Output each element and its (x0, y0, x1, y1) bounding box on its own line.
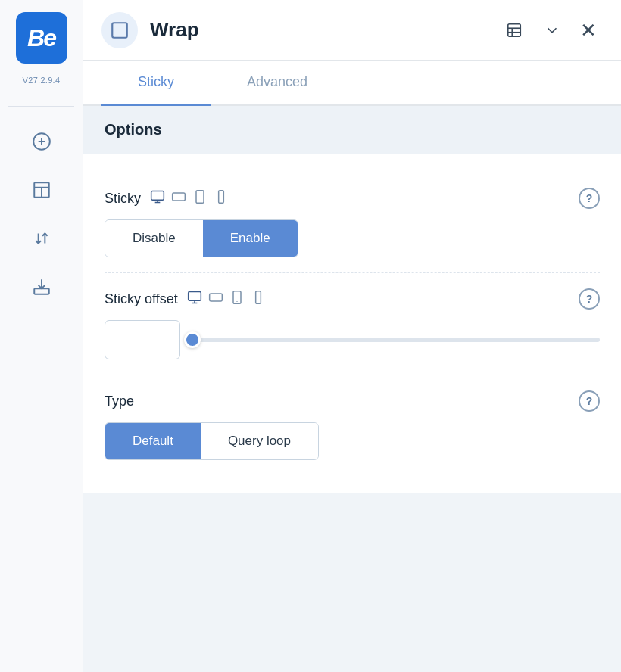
plus-icon[interactable] (28, 128, 55, 155)
sticky-toggle-group: Disable Enable (105, 219, 298, 257)
sidebar-icons (28, 128, 55, 300)
sticky-label-left: Sticky (105, 189, 229, 207)
slider-thumb[interactable] (184, 331, 201, 348)
sticky-offset-input[interactable] (105, 320, 180, 359)
type-help-icon[interactable]: ? (579, 390, 600, 412)
sticky-offset-mobile-icon[interactable] (251, 290, 266, 308)
section-title: Options (105, 121, 600, 138)
sticky-offset-slider-track[interactable] (192, 338, 600, 342)
version-label: V27.2.9.4 (23, 76, 61, 85)
svg-rect-9 (508, 23, 521, 36)
svg-rect-25 (209, 294, 222, 301)
header-title: Wrap (150, 18, 486, 42)
type-query-loop-btn[interactable]: Query loop (201, 423, 318, 459)
sort-icon[interactable] (28, 225, 55, 252)
sticky-offset-label-row: Sticky offset (105, 288, 600, 310)
sticky-device-icons (150, 189, 229, 207)
sticky-disable-btn[interactable]: Disable (105, 220, 203, 257)
svg-rect-8 (112, 23, 127, 38)
logo: Be (16, 12, 67, 64)
desktop-icon[interactable] (150, 189, 165, 207)
content: Options Sticky (83, 106, 621, 672)
header-actions: ✕ (498, 14, 603, 46)
type-default-btn[interactable]: Default (105, 423, 201, 459)
logo-text: Be (27, 24, 55, 52)
tab-advanced[interactable]: Advanced (211, 61, 344, 106)
sticky-offset-option-row: Sticky offset (105, 273, 600, 375)
type-label: Type (105, 394, 134, 409)
sticky-offset-label-left: Sticky offset (105, 290, 266, 308)
type-label-row: Type ? (105, 390, 600, 412)
sticky-offset-desktop-icon[interactable] (187, 290, 202, 308)
wrap-icon-wrap (101, 12, 138, 48)
tabs: Sticky Advanced (83, 61, 621, 106)
chevron-down-icon-btn[interactable] (536, 14, 568, 46)
main-panel: Wrap ✕ Sticky Advanced Options (83, 0, 621, 672)
sticky-label-row: Sticky (105, 188, 600, 209)
svg-rect-22 (188, 292, 201, 301)
tablet-landscape-icon[interactable] (171, 189, 186, 207)
svg-rect-18 (196, 191, 204, 204)
svg-rect-27 (233, 291, 241, 304)
settings-icon-btn[interactable] (498, 14, 530, 46)
close-button[interactable]: ✕ (574, 17, 603, 43)
type-option-row: Type ? Default Query loop (105, 375, 600, 475)
sticky-option-row: Sticky (105, 173, 600, 273)
layout-icon[interactable] (28, 176, 55, 204)
sticky-enable-btn[interactable]: Enable (203, 220, 298, 257)
tab-settings[interactable]: Sticky (101, 61, 211, 106)
type-label-left: Type (105, 394, 134, 409)
options-body: Sticky (83, 154, 621, 493)
sticky-offset-slider-row (105, 320, 600, 359)
sticky-help-icon[interactable]: ? (579, 188, 600, 209)
import-icon[interactable] (28, 273, 55, 300)
options-section: Options Sticky (83, 106, 621, 493)
sidebar-divider (8, 106, 74, 107)
sticky-offset-help-icon[interactable]: ? (579, 288, 600, 310)
sticky-offset-slider-wrap (192, 320, 600, 359)
mobile-icon[interactable] (214, 189, 229, 207)
tablet-portrait-icon[interactable] (192, 189, 208, 207)
sidebar: Be V27.2.9.4 (0, 0, 83, 672)
sticky-offset-device-icons (187, 290, 266, 308)
sticky-offset-tablet-portrait-icon[interactable] (229, 290, 245, 308)
sticky-offset-tablet-landscape-icon[interactable] (208, 290, 223, 308)
sticky-label: Sticky (105, 191, 141, 207)
svg-rect-13 (151, 191, 164, 201)
svg-rect-20 (219, 191, 224, 204)
sticky-offset-label: Sticky offset (105, 291, 178, 307)
wrap-icon (110, 20, 130, 40)
svg-rect-29 (255, 291, 261, 304)
type-toggle-group: Default Query loop (105, 422, 319, 460)
section-header: Options (83, 106, 621, 154)
header: Wrap ✕ (83, 0, 621, 61)
